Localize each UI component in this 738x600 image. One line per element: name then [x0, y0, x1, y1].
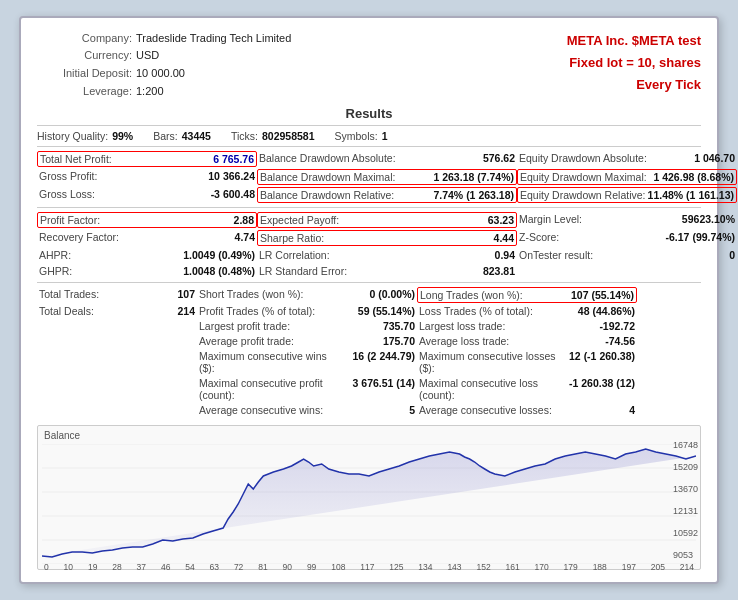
gross-loss-cell: Gross Loss: -3 600.48 — [37, 187, 257, 203]
trades-section: Total Trades: 107 Short Trades (won %): … — [37, 287, 701, 417]
deposit-value: 10 000.00 — [136, 67, 185, 79]
ghpr-value: 1.0048 (0.48%) — [183, 265, 255, 277]
ghpr-label: GHPR: — [39, 265, 183, 277]
chart-area: 16748 15209 13670 12131 10592 9053 — [42, 430, 696, 564]
meta-line3: Every Tick — [567, 74, 701, 96]
total-trades-value: 107 — [125, 288, 195, 300]
z-score-value: -6.17 (99.74%) — [665, 231, 735, 243]
quality-row: History Quality: 99% Bars: 43445 Ticks: … — [37, 130, 701, 142]
chart-section: Balance 16748 — [37, 425, 701, 570]
equity-drawdown-rel-value: 11.48% (1 161.13) — [648, 189, 734, 201]
gross-profit-label: Gross Profit: — [39, 170, 185, 182]
max-consec-loss-label: Maximal consecutive loss (count): — [419, 377, 565, 401]
profit-factor-cell: Profit Factor: 2.88 — [37, 212, 257, 228]
ghpr-cell: GHPR: 1.0048 (0.48%) — [37, 264, 257, 278]
largest-loss-cell: Largest loss trade: -192.72 — [417, 319, 637, 333]
largest-loss-value: -192.72 — [565, 320, 635, 332]
expected-payoff-value: 63.23 — [444, 214, 514, 226]
expected-payoff-cell: Expected Payoff: 63.23 — [257, 212, 517, 228]
ahpr-label: AHPR: — [39, 249, 183, 261]
recovery-factor-value: 4.74 — [185, 231, 255, 243]
spacer3 — [37, 349, 197, 375]
y-label-3: 12131 — [673, 506, 698, 516]
total-net-profit-label: Total Net Profit: — [40, 153, 184, 165]
profit-trades-cell: Profit Trades (% of total): 59 (55.14%) — [197, 304, 417, 318]
total-trades-label: Total Trades: — [39, 288, 125, 300]
spacer4 — [37, 376, 197, 402]
z-score-cell: Z-Score: -6.17 (99.74%) — [517, 230, 737, 246]
ahpr-cell: AHPR: 1.0049 (0.49%) — [37, 248, 257, 262]
short-trades-cell: Short Trades (won %): 0 (0.00%) — [197, 287, 417, 303]
max-consec-profit-label: Maximal consecutive profit (count): — [199, 377, 345, 401]
results-title: Results — [37, 106, 701, 121]
equity-drawdown-max-cell: Equity Drawdown Maximal: 1 426.98 (8.68%… — [517, 169, 737, 185]
placeholder-cell — [517, 264, 737, 278]
sharpe-ratio-label: Sharpe Ratio: — [260, 232, 444, 244]
avg-consec-wins-value: 5 — [345, 404, 415, 416]
on-tester-label: OnTester result: — [519, 249, 665, 261]
ticks-label: Ticks: — [231, 130, 258, 142]
z-score-label: Z-Score: — [519, 231, 665, 243]
long-trades-label: Long Trades (won %): — [420, 289, 564, 301]
deposit-label: Initial Deposit: — [37, 65, 132, 83]
balance-drawdown-rel-label: Balance Drawdown Relative: — [260, 189, 433, 201]
margin-level-value: 59623.10% — [665, 213, 735, 225]
balance-drawdown-abs-label: Balance Drawdown Absolute: — [259, 152, 445, 164]
max-consec-losses-cell: Maximum consecutive losses ($): 12 (-1 2… — [417, 349, 637, 375]
balance-drawdown-rel-value: 7.74% (1 263.18) — [433, 189, 514, 201]
spacer2 — [37, 334, 197, 348]
hq-value: 99% — [112, 130, 133, 142]
short-trades-value: 0 (0.00%) — [345, 288, 415, 300]
avg-consec-losses-cell: Average consecutive losses: 4 — [417, 403, 637, 417]
report-container: Company:Tradeslide Trading Tech Limited … — [19, 16, 719, 584]
lr-std-error-value: 823.81 — [445, 265, 515, 277]
loss-trades-label: Loss Trades (% of total): — [419, 305, 565, 317]
symbols-label: Symbols: — [335, 130, 378, 142]
bars-value: 43445 — [182, 130, 211, 142]
avg-consec-wins-label: Average consecutive wins: — [199, 404, 345, 416]
balance-drawdown-max-value: 1 263.18 (7.74%) — [433, 171, 514, 183]
y-label-4: 13670 — [673, 484, 698, 494]
equity-drawdown-max-value: 1 426.98 (8.68%) — [653, 171, 734, 183]
equity-drawdown-rel-label: Equity Drawdown Relative: — [520, 189, 648, 201]
top-section: Company:Tradeslide Trading Tech Limited … — [37, 30, 701, 100]
spacer1 — [37, 319, 197, 333]
lr-std-error-label: LR Standard Error: — [259, 265, 445, 277]
lr-correlation-label: LR Correlation: — [259, 249, 445, 261]
margin-level-label: Margin Level: — [519, 213, 665, 225]
total-trades-cell: Total Trades: 107 — [37, 287, 197, 303]
balance-drawdown-abs-cell: Balance Drawdown Absolute: 576.62 — [257, 151, 517, 167]
gross-loss-label: Gross Loss: — [39, 188, 185, 200]
balance-chart — [42, 444, 696, 564]
loss-trades-value: 48 (44.86%) — [565, 305, 635, 317]
margin-level-cell: Margin Level: 59623.10% — [517, 212, 737, 228]
y-label-1: 9053 — [673, 550, 698, 560]
equity-drawdown-abs-cell: Equity Drawdown Absolute: 1 046.70 — [517, 151, 737, 167]
total-deals-cell: Total Deals: 214 — [37, 304, 197, 318]
on-tester-cell: OnTester result: 0 — [517, 248, 737, 262]
avg-profit-label: Average profit trade: — [199, 335, 345, 347]
currency-value: USD — [136, 49, 159, 61]
bars-label: Bars: — [153, 130, 178, 142]
ahpr-value: 1.0049 (0.49%) — [183, 249, 255, 261]
avg-loss-label: Average loss trade: — [419, 335, 565, 347]
spacer5 — [37, 403, 197, 417]
meta-info: META Inc. $META test Fixed lot = 10, sha… — [567, 30, 701, 100]
profit-factor-value: 2.88 — [184, 214, 254, 226]
avg-profit-value: 175.70 — [345, 335, 415, 347]
lr-correlation-value: 0.94 — [445, 249, 515, 261]
max-consec-profit-cell: Maximal consecutive profit (count): 3 67… — [197, 376, 417, 402]
max-consec-losses-label: Maximum consecutive losses ($): — [419, 350, 565, 374]
recovery-factor-label: Recovery Factor: — [39, 231, 185, 243]
second-stats: Profit Factor: 2.88 Expected Payoff: 63.… — [37, 212, 701, 278]
company-label: Company: — [37, 30, 132, 48]
meta-line2: Fixed lot = 10, shares — [567, 52, 701, 74]
max-consec-wins-value: 16 (2 244.79) — [345, 350, 415, 362]
leverage-value: 1:200 — [136, 85, 164, 97]
largest-profit-value: 735.70 — [345, 320, 415, 332]
max-consec-losses-value: 12 (-1 260.38) — [565, 350, 635, 362]
main-stats: Total Net Profit: 6 765.76 Balance Drawd… — [37, 151, 701, 203]
avg-loss-value: -74.56 — [565, 335, 635, 347]
symbols-value: 1 — [382, 130, 388, 142]
balance-line — [42, 449, 696, 557]
